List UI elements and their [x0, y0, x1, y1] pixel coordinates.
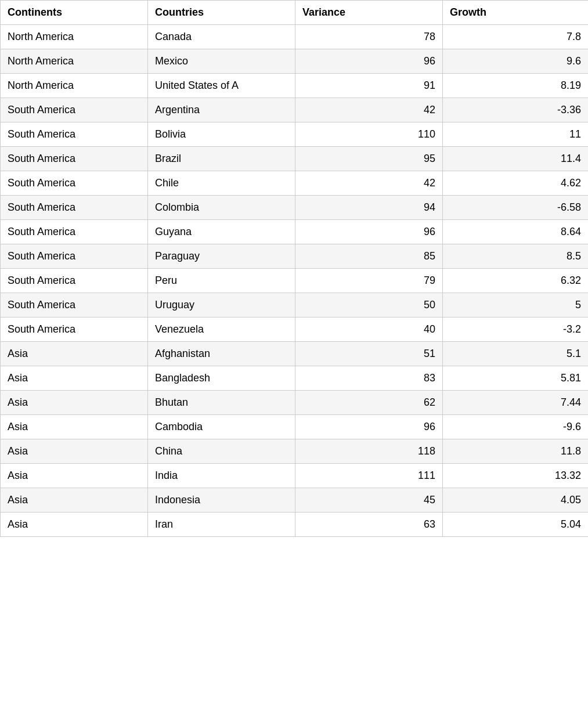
cell-growth: 4.62: [443, 171, 589, 196]
cell-country: Mexico: [148, 49, 295, 74]
cell-country: Canada: [148, 25, 295, 49]
cell-country: United States of A: [148, 74, 295, 98]
cell-continent: South America: [1, 220, 148, 244]
cell-growth: 7.8: [443, 25, 589, 49]
cell-continent: South America: [1, 269, 148, 293]
cell-growth: 4.05: [443, 488, 589, 513]
cell-country: Uruguay: [148, 293, 295, 318]
cell-variance: 62: [295, 391, 443, 415]
cell-continent: Asia: [1, 464, 148, 488]
cell-continent: North America: [1, 49, 148, 74]
cell-continent: Asia: [1, 342, 148, 366]
cell-continent: Asia: [1, 415, 148, 439]
cell-growth: 11: [443, 122, 589, 147]
cell-continent: South America: [1, 147, 148, 171]
table-row: South AmericaPeru796.32: [1, 269, 589, 293]
cell-country: Peru: [148, 269, 295, 293]
cell-continent: South America: [1, 318, 148, 342]
table-row: South AmericaChile424.62: [1, 171, 589, 196]
table-row: AsiaCambodia96-9.6: [1, 415, 589, 439]
cell-growth: 6.32: [443, 269, 589, 293]
cell-country: Bhutan: [148, 391, 295, 415]
cell-variance: 96: [295, 415, 443, 439]
cell-continent: Asia: [1, 513, 148, 537]
table-row: AsiaIran635.04: [1, 513, 589, 537]
cell-continent: South America: [1, 122, 148, 147]
cell-growth: -9.6: [443, 415, 589, 439]
cell-variance: 50: [295, 293, 443, 318]
table-row: AsiaIndonesia454.05: [1, 488, 589, 513]
cell-country: Guyana: [148, 220, 295, 244]
cell-continent: South America: [1, 196, 148, 220]
cell-growth: 5.81: [443, 366, 589, 391]
cell-growth: 8.64: [443, 220, 589, 244]
header-countries: Countries: [148, 1, 295, 25]
cell-continent: North America: [1, 25, 148, 49]
table-row: South AmericaBrazil9511.4: [1, 147, 589, 171]
cell-country: Brazil: [148, 147, 295, 171]
cell-variance: 51: [295, 342, 443, 366]
cell-country: Chile: [148, 171, 295, 196]
header-continents: Continents: [1, 1, 148, 25]
cell-country: Cambodia: [148, 415, 295, 439]
cell-growth: 11.4: [443, 147, 589, 171]
cell-country: Iran: [148, 513, 295, 537]
table-row: South AmericaGuyana968.64: [1, 220, 589, 244]
cell-continent: Asia: [1, 391, 148, 415]
cell-variance: 45: [295, 488, 443, 513]
cell-variance: 96: [295, 220, 443, 244]
cell-variance: 91: [295, 74, 443, 98]
cell-growth: 5: [443, 293, 589, 318]
cell-continent: South America: [1, 293, 148, 318]
table-row: AsiaBangladesh835.81: [1, 366, 589, 391]
cell-variance: 79: [295, 269, 443, 293]
table-row: North AmericaMexico969.6: [1, 49, 589, 74]
table-row: AsiaAfghanistan515.1: [1, 342, 589, 366]
cell-variance: 63: [295, 513, 443, 537]
cell-growth: 8.19: [443, 74, 589, 98]
cell-country: Indonesia: [148, 488, 295, 513]
cell-growth: 5.04: [443, 513, 589, 537]
cell-continent: Asia: [1, 488, 148, 513]
cell-country: China: [148, 439, 295, 464]
cell-continent: Asia: [1, 366, 148, 391]
cell-country: Venezuela: [148, 318, 295, 342]
table-row: AsiaChina11811.8: [1, 439, 589, 464]
cell-variance: 94: [295, 196, 443, 220]
cell-continent: South America: [1, 98, 148, 122]
header-growth: Growth: [443, 1, 589, 25]
cell-growth: -3.2: [443, 318, 589, 342]
cell-variance: 78: [295, 25, 443, 49]
table-row: South AmericaColombia94-6.58: [1, 196, 589, 220]
cell-variance: 42: [295, 171, 443, 196]
cell-growth: 8.5: [443, 244, 589, 269]
header-variance: Variance: [295, 1, 443, 25]
cell-continent: Asia: [1, 439, 148, 464]
data-table: Continents Countries Variance Growth Nor…: [0, 0, 588, 537]
cell-country: India: [148, 464, 295, 488]
cell-growth: 11.8: [443, 439, 589, 464]
table-row: South AmericaArgentina42-3.36: [1, 98, 589, 122]
cell-growth: 5.1: [443, 342, 589, 366]
cell-growth: 13.32: [443, 464, 589, 488]
cell-growth: -3.36: [443, 98, 589, 122]
cell-variance: 83: [295, 366, 443, 391]
cell-growth: -6.58: [443, 196, 589, 220]
table-row: North AmericaUnited States of A918.19: [1, 74, 589, 98]
header-row: Continents Countries Variance Growth: [1, 1, 589, 25]
cell-country: Paraguay: [148, 244, 295, 269]
cell-country: Argentina: [148, 98, 295, 122]
table-row: AsiaBhutan627.44: [1, 391, 589, 415]
cell-country: Colombia: [148, 196, 295, 220]
cell-variance: 95: [295, 147, 443, 171]
cell-continent: South America: [1, 171, 148, 196]
cell-variance: 111: [295, 464, 443, 488]
cell-variance: 40: [295, 318, 443, 342]
cell-variance: 118: [295, 439, 443, 464]
cell-continent: North America: [1, 74, 148, 98]
cell-variance: 85: [295, 244, 443, 269]
cell-growth: 9.6: [443, 49, 589, 74]
cell-variance: 96: [295, 49, 443, 74]
table-row: North AmericaCanada787.8: [1, 25, 589, 49]
table-row: AsiaIndia11113.32: [1, 464, 589, 488]
